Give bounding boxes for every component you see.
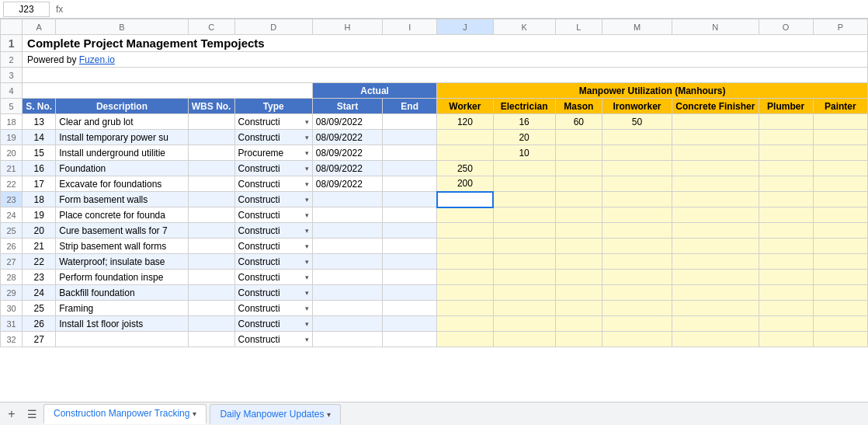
cell-electrician[interactable] <box>493 223 555 239</box>
cell-ironworker[interactable] <box>602 270 672 285</box>
cell-start[interactable]: 08/09/2022 <box>312 114 382 130</box>
cell-sno[interactable]: 14 <box>23 130 56 145</box>
cell-worker[interactable] <box>437 207 493 223</box>
col-I[interactable]: I <box>383 19 437 35</box>
cell-start[interactable] <box>312 285 382 301</box>
cell-painter[interactable] <box>813 254 867 270</box>
cell-painter[interactable] <box>813 207 867 223</box>
cell-concrete[interactable] <box>672 285 759 301</box>
col-P[interactable]: P <box>813 19 867 35</box>
cell-mason[interactable] <box>555 301 602 316</box>
cell-concrete[interactable] <box>672 270 759 285</box>
cell-description[interactable]: Cure basement walls for 7 <box>56 223 189 239</box>
cell-ironworker[interactable] <box>602 207 672 223</box>
cell-ironworker[interactable] <box>602 239 672 254</box>
cell-type[interactable]: Constructi▾ <box>234 254 312 270</box>
cell-electrician[interactable] <box>493 161 555 176</box>
cell-wbs[interactable] <box>188 161 234 176</box>
cell-description[interactable]: Framing <box>56 301 189 316</box>
cell-plumber[interactable] <box>759 223 813 239</box>
cell-end[interactable] <box>383 130 437 145</box>
cell-electrician[interactable] <box>493 285 555 301</box>
col-C[interactable]: C <box>188 19 234 35</box>
cell-wbs[interactable] <box>188 285 234 301</box>
cell-mason[interactable] <box>555 130 602 145</box>
sheet-list-button[interactable]: ☰ <box>23 406 40 423</box>
cell-sno[interactable]: 13 <box>23 114 56 130</box>
cell-painter[interactable] <box>813 285 867 301</box>
cell-description[interactable]: Install underground utilitie <box>56 145 189 161</box>
cell-end[interactable] <box>383 223 437 239</box>
cell-ironworker[interactable] <box>602 130 672 145</box>
cell-concrete[interactable] <box>672 239 759 254</box>
cell-reference-input[interactable] <box>3 2 50 17</box>
cell-type[interactable]: Constructi▾ <box>234 223 312 239</box>
cell-ironworker[interactable] <box>602 145 672 161</box>
cell-wbs[interactable] <box>188 316 234 332</box>
col-A[interactable]: A <box>23 19 56 35</box>
col-K[interactable]: K <box>493 19 555 35</box>
cell-mason[interactable] <box>555 176 602 192</box>
col-M[interactable]: M <box>602 19 672 35</box>
cell-wbs[interactable] <box>188 192 234 207</box>
cell-end[interactable] <box>383 114 437 130</box>
cell-wbs[interactable] <box>188 145 234 161</box>
cell-description[interactable]: Place concrete for founda <box>56 207 189 223</box>
cell-painter[interactable] <box>813 223 867 239</box>
cell-electrician[interactable] <box>493 192 555 207</box>
cell-concrete[interactable] <box>672 301 759 316</box>
cell-end[interactable] <box>383 316 437 332</box>
cell-wbs[interactable] <box>188 223 234 239</box>
cell-wbs[interactable] <box>188 239 234 254</box>
cell-description[interactable]: Backfill foundation <box>56 285 189 301</box>
col-N[interactable]: N <box>672 19 759 35</box>
cell-mason[interactable] <box>555 192 602 207</box>
sheet-tab-construction[interactable]: Construction Manpower Tracking ▾ <box>43 404 207 424</box>
grid-container[interactable]: A B C D H I J K L M N O P 1 <box>0 19 868 402</box>
cell-description[interactable]: Foundation <box>56 161 189 176</box>
cell-mason[interactable] <box>555 316 602 332</box>
cell-description[interactable]: Excavate for foundations <box>56 176 189 192</box>
formula-input[interactable] <box>69 2 865 16</box>
cell-electrician[interactable] <box>493 270 555 285</box>
cell-sno[interactable]: 23 <box>23 270 56 285</box>
cell-ironworker[interactable] <box>602 254 672 270</box>
cell-worker[interactable] <box>437 270 493 285</box>
cell-concrete[interactable] <box>672 145 759 161</box>
cell-plumber[interactable] <box>759 161 813 176</box>
cell-painter[interactable] <box>813 130 867 145</box>
cell-concrete[interactable] <box>672 192 759 207</box>
cell-description[interactable]: Form basement walls <box>56 192 189 207</box>
cell-painter[interactable] <box>813 176 867 192</box>
cell-start[interactable] <box>312 207 382 223</box>
cell-start[interactable] <box>312 270 382 285</box>
cell-plumber[interactable] <box>759 192 813 207</box>
cell-worker[interactable] <box>437 254 493 270</box>
col-D[interactable]: D <box>234 19 312 35</box>
cell-electrician[interactable] <box>493 332 555 347</box>
cell-concrete[interactable] <box>672 332 759 347</box>
cell-end[interactable] <box>383 301 437 316</box>
fuzen-link[interactable]: Fuzen.io <box>79 54 115 65</box>
cell-type[interactable]: Constructi▾ <box>234 192 312 207</box>
cell-end[interactable] <box>383 239 437 254</box>
cell-painter[interactable] <box>813 192 867 207</box>
cell-mason[interactable] <box>555 239 602 254</box>
cell-worker[interactable] <box>437 145 493 161</box>
cell-plumber[interactable] <box>759 316 813 332</box>
cell-electrician[interactable] <box>493 207 555 223</box>
cell-sno[interactable]: 25 <box>23 301 56 316</box>
col-B[interactable]: B <box>56 19 189 35</box>
cell-electrician[interactable]: 20 <box>493 130 555 145</box>
cell-worker[interactable] <box>437 223 493 239</box>
cell-start[interactable] <box>312 192 382 207</box>
cell-worker[interactable] <box>437 301 493 316</box>
cell-ironworker[interactable]: 50 <box>602 114 672 130</box>
cell-wbs[interactable] <box>188 207 234 223</box>
col-H[interactable]: H <box>312 19 382 35</box>
cell-end[interactable] <box>383 207 437 223</box>
cell-ironworker[interactable] <box>602 301 672 316</box>
cell-ironworker[interactable] <box>602 161 672 176</box>
cell-wbs[interactable] <box>188 176 234 192</box>
cell-ironworker[interactable] <box>602 285 672 301</box>
